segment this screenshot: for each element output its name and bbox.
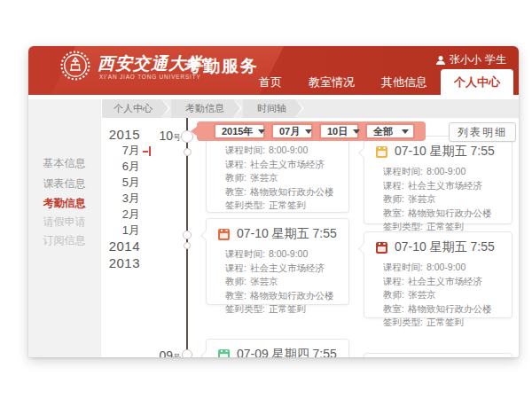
chevron-down-icon [353, 129, 360, 134]
period-march[interactable]: 3月 [82, 191, 140, 207]
chevron-down-icon [305, 129, 312, 134]
period-june[interactable]: 6月 [82, 159, 140, 175]
card-header: 07-10 星期五 7:55 [207, 219, 348, 244]
nav-other-info[interactable]: 其他信息 [368, 69, 441, 95]
chevron-down-icon [402, 129, 409, 134]
card-title: 07-10 星期五 7:55 [395, 239, 495, 255]
calendar-icon [218, 349, 230, 358]
calendar-icon [376, 242, 387, 254]
card-field: 课程:社会主义市场经济 [383, 275, 505, 289]
nav-classrooms[interactable]: 教室情况 [295, 69, 368, 95]
attendance-card: 07-10 星期五 7:55 课程时间:8:00-9:00 课程:社会主义市场经… [206, 218, 349, 305]
screenshot-canvas: 西安交通大学 XI'AN JIAO TONG UNIVERSITY 考勤服务 张… [0, 0, 532, 399]
card-field: 教室:格物致知行政办公楼 [383, 302, 505, 317]
card-header: 07-09 星期四 7:55 [207, 340, 348, 357]
day-label-09: 09号 [153, 348, 181, 357]
card-field: 课程:社会主义市场经济 [225, 262, 341, 276]
breadcrumb-timeline[interactable]: 时间轴 [243, 99, 295, 118]
year-dropdown[interactable]: 2015年 [214, 123, 265, 139]
nav-home[interactable]: 首页 [246, 69, 295, 95]
period-january[interactable]: 1月 [82, 223, 140, 239]
app-window: 西安交通大学 XI'AN JIAO TONG UNIVERSITY 考勤服务 张… [28, 46, 519, 357]
period-2015[interactable]: 2015 [82, 127, 140, 142]
card-field: 教师:张芸京 [383, 288, 505, 302]
card-field: 教师:张芸京 [225, 275, 341, 289]
card-field: 签到类型:正常签到 [225, 302, 341, 317]
user-menu[interactable]: 张小小 学生 [435, 52, 506, 67]
card-field: 教室:格物致知行政办公楼 [383, 207, 505, 221]
main-nav: 首页 教室情况 其他信息 个人中心 [246, 69, 513, 95]
period-2013[interactable]: 2013 [82, 255, 140, 270]
card-field: 课程时间:8:00-9:00 [383, 261, 505, 275]
type-dropdown[interactable]: 全部 [365, 123, 415, 139]
calendar-icon [376, 146, 387, 158]
attendance-card-stub [364, 353, 512, 357]
card-field: 课程时间:8:00-9:00 [225, 144, 341, 158]
nav-personal-center[interactable]: 个人中心 [441, 69, 513, 95]
card-title: 07-10 星期五 7:55 [237, 226, 337, 242]
calendar-icon [218, 229, 230, 240]
user-role: 学生 [485, 52, 506, 67]
card-header: 07-10 星期五 7:55 [364, 232, 512, 257]
attendance-card: 07-10 星期五 7:55 课程时间:8:00-9:00 课程:社会主义市场经… [364, 136, 512, 224]
timeline-periods: 2015 7月 6月 5月 3月 2月 1月 2014 2013 [82, 46, 140, 357]
card-title: 07-10 星期五 7:55 [395, 144, 495, 160]
attendance-card: 07-09 星期四 7:55 [206, 339, 349, 357]
period-may[interactable]: 5月 [82, 175, 140, 191]
card-field: 教师:张芸京 [225, 171, 341, 185]
university-logo-icon [60, 51, 90, 81]
day-label-10: 10号 [153, 128, 181, 144]
attendance-card: 课程时间:8:00-9:00 课程:社会主义市场经济 教师:张芸京 教室:格物致… [206, 135, 349, 213]
period-2014[interactable]: 2014 [82, 239, 140, 254]
card-field: 教室:格物致知行政办公楼 [225, 289, 341, 303]
timeline-node [184, 148, 192, 156]
timeline-node [184, 242, 191, 249]
timeline-node [182, 349, 192, 357]
current-month-marker [143, 146, 151, 156]
chevron-down-icon [258, 129, 265, 134]
card-field: 课程时间:8:00-9:00 [225, 247, 341, 262]
card-field: 签到类型:正常签到 [383, 316, 505, 330]
timeline-node [183, 231, 192, 239]
card-field: 课程:社会主义市场经济 [383, 179, 505, 193]
card-title: 07-09 星期四 7:55 [237, 347, 337, 357]
attendance-card: 07-10 星期五 7:55 课程时间:8:00-9:00 课程:社会主义市场经… [364, 231, 512, 318]
list-detail-button[interactable]: 列表明细 [449, 122, 516, 142]
person-icon [435, 55, 446, 66]
period-february[interactable]: 2月 [82, 207, 140, 223]
filter-bar: 2015年 07月 10日 全部 [197, 121, 426, 141]
card-field: 课程:社会主义市场经济 [225, 158, 341, 172]
card-field: 签到类型:正常签到 [225, 199, 341, 213]
month-dropdown[interactable]: 07月 [271, 123, 313, 139]
user-name: 张小小 [450, 52, 481, 67]
card-field: 教室:格物致知行政办公楼 [225, 185, 341, 200]
card-field: 教师:张芸京 [383, 192, 505, 207]
breadcrumb-attendance-info[interactable]: 考勤信息 [171, 99, 233, 118]
card-field: 课程时间:8:00-9:00 [383, 165, 505, 179]
period-july[interactable]: 7月 [82, 143, 140, 159]
day-dropdown[interactable]: 10日 [319, 123, 359, 139]
breadcrumb: 个人中心 考勤信息 时间轴 [102, 99, 519, 118]
